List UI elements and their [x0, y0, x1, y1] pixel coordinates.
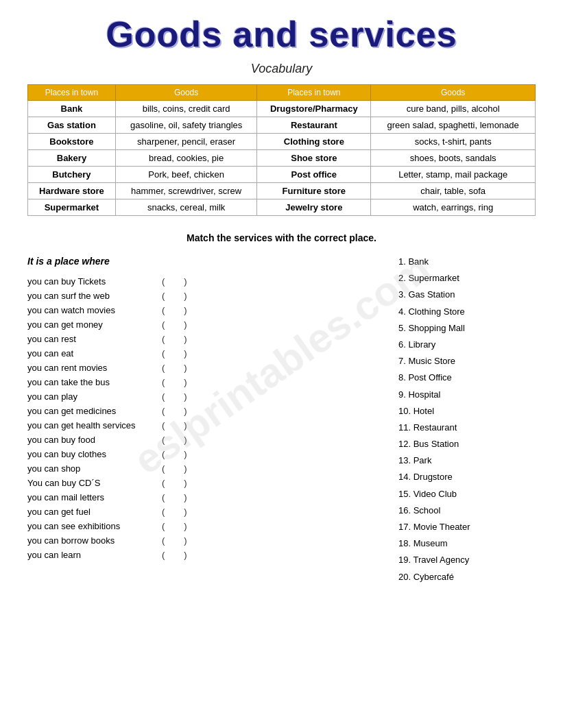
table-cell: Bank	[28, 101, 116, 117]
sentence-row: you can get health services ( )	[27, 420, 398, 430]
table-row: Supermarketsnacks, cereal, milkJewelry s…	[28, 199, 536, 216]
sentence-row: you can get money ( )	[27, 319, 398, 330]
close-bracket: )	[184, 492, 187, 502]
sentence-text: you can learn	[27, 550, 158, 560]
list-item: 1. Bank	[398, 256, 536, 268]
close-bracket: )	[184, 420, 187, 430]
open-bracket: (	[162, 305, 165, 315]
close-bracket: )	[184, 535, 187, 546]
sentence-row: you can surf the web ( )	[27, 291, 398, 301]
table-cell: Letter, stamp, mail package	[371, 167, 536, 183]
sentence-row: you can buy clothes ( )	[27, 449, 398, 459]
list-item: 7. Music Store	[398, 355, 536, 367]
sentence-text: you can watch movies	[27, 305, 158, 315]
sentence-text: you can play	[27, 391, 158, 402]
open-bracket: (	[162, 535, 165, 546]
list-item: 20. Cybercafé	[398, 571, 536, 583]
it-is-label: It is a place where	[27, 256, 398, 267]
table-cell: watch, earrings, ring	[371, 199, 536, 216]
open-bracket: (	[162, 521, 165, 531]
sentence-row: you can get fuel ( )	[27, 507, 398, 517]
sentence-row: you can play ( )	[27, 391, 398, 402]
table-row: ButcheryPork, beef, chickenPost officeLe…	[28, 167, 536, 183]
close-bracket: )	[184, 507, 187, 517]
sentences-container: you can buy Tickets ( ) you can surf the…	[27, 276, 398, 560]
list-item: 12. Bus Station	[398, 438, 536, 450]
close-bracket: )	[184, 521, 187, 531]
answer-space	[169, 406, 180, 416]
table-cell: Bakery	[28, 150, 116, 167]
sentence-text: you can mail letters	[27, 492, 158, 502]
answer-space	[169, 435, 180, 445]
sentence-text: you can borrow books	[27, 535, 158, 546]
table-cell: gasoline, oil, safety triangles	[115, 117, 257, 134]
answer-space	[169, 276, 180, 287]
close-bracket: )	[184, 319, 187, 330]
table-cell: socks, t-shirt, pants	[371, 134, 536, 150]
table-cell: shoes, boots, sandals	[371, 150, 536, 167]
open-bracket: (	[162, 435, 165, 445]
list-item: 10. Hotel	[398, 405, 536, 417]
answer-space	[169, 478, 180, 488]
table-cell: Jewelry store	[257, 199, 371, 216]
sentence-text: you can buy food	[27, 435, 158, 445]
answer-space	[169, 391, 180, 402]
list-item: 5. Shopping Mall	[398, 322, 536, 335]
answer-space	[169, 363, 180, 373]
answer-space	[169, 492, 180, 502]
open-bracket: (	[162, 391, 165, 402]
sentence-text: you can shop	[27, 463, 158, 474]
sentence-text: you can buy clothes	[27, 449, 158, 459]
list-item: 6. Library	[398, 339, 536, 351]
table-cell: snacks, cereal, milk	[115, 199, 257, 216]
answer-space	[169, 291, 180, 301]
table-cell: Furniture store	[257, 183, 371, 199]
sentence-text: you can take the bus	[27, 377, 158, 387]
close-bracket: )	[184, 334, 187, 344]
table-header-cell: Goods	[371, 85, 536, 101]
close-bracket: )	[184, 276, 187, 287]
table-header-cell: Goods	[115, 85, 257, 101]
table-header-cell: Places in town	[28, 85, 116, 101]
sentence-row: you can rent movies ( )	[27, 363, 398, 373]
close-bracket: )	[184, 305, 187, 315]
list-item: 15. Video Club	[398, 488, 536, 500]
answer-space	[169, 449, 180, 459]
sentence-text: you can buy Tickets	[27, 276, 158, 287]
table-row: Hardware storehammer, screwdriver, screw…	[28, 183, 536, 199]
sentence-text: you can get medicines	[27, 406, 158, 416]
table-cell: Hardware store	[28, 183, 116, 199]
sentence-row: you can buy food ( )	[27, 435, 398, 445]
close-bracket: )	[184, 463, 187, 474]
table-cell: Clothing store	[257, 134, 371, 150]
answer-space	[169, 319, 180, 330]
table-row: Bankbills, coins, credit cardDrugstore/P…	[28, 101, 536, 117]
sentence-text: you can get fuel	[27, 507, 158, 517]
close-bracket: )	[184, 377, 187, 387]
open-bracket: (	[162, 449, 165, 459]
table-cell: chair, table, sofa	[371, 183, 536, 199]
list-item: 14. Drugstore	[398, 471, 536, 483]
table-header-cell: Places in town	[257, 85, 371, 101]
answer-space	[169, 521, 180, 531]
sentence-row: you can buy Tickets ( )	[27, 276, 398, 287]
table-cell: Gas station	[28, 117, 116, 134]
table-row: Gas stationgasoline, oil, safety triangl…	[28, 117, 536, 134]
close-bracket: )	[184, 550, 187, 560]
open-bracket: (	[162, 463, 165, 474]
answer-space	[169, 334, 180, 344]
close-bracket: )	[184, 435, 187, 445]
sentence-row: you can eat ( )	[27, 348, 398, 359]
open-bracket: (	[162, 550, 165, 560]
open-bracket: (	[162, 478, 165, 488]
open-bracket: (	[162, 319, 165, 330]
list-item: 11. Restaurant	[398, 422, 536, 434]
table-row: Bakerybread, cookies, pieShoe storeshoes…	[28, 150, 536, 167]
right-column: 1. Bank2. Supermarket3. Gas Station4. Cl…	[398, 256, 536, 587]
table-cell: cure band, pills, alcohol	[371, 101, 536, 117]
open-bracket: (	[162, 406, 165, 416]
table-cell: Post office	[257, 167, 371, 183]
answer-space	[169, 535, 180, 546]
exercise-container: It is a place where you can buy Tickets …	[27, 256, 536, 587]
list-item: 18. Museum	[398, 537, 536, 550]
